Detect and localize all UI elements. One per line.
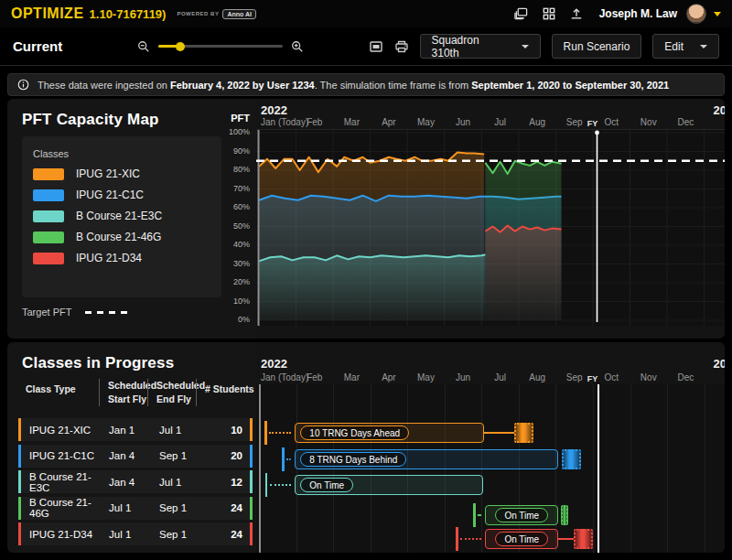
gantt-gridline	[705, 384, 705, 553]
legend-item[interactable]: IPUG 21-D34	[33, 252, 210, 264]
cell-end-fly: Sep 1	[159, 450, 212, 461]
gantt-connector	[558, 538, 574, 540]
edit-button[interactable]: Edit	[652, 34, 719, 59]
upload-icon[interactable]	[570, 7, 583, 20]
col-scheduled-end: Scheduled End Fly	[147, 379, 196, 406]
toolbar: Current Squadron 310th Run Scenario Edit	[0, 27, 732, 66]
legend-item[interactable]: IPUG 21-C1C	[33, 188, 210, 201]
month-label: Aug	[529, 372, 545, 382]
month-label: Nov	[640, 372, 657, 382]
gantt-end-block[interactable]	[574, 529, 593, 549]
user-menu-chevron-down-icon[interactable]	[714, 12, 721, 16]
month-label: Oct	[604, 372, 619, 382]
pft-axis-tick: 100%	[229, 127, 250, 136]
legend-item-label: B Course 21-46G	[76, 231, 161, 243]
pft-chart-area: 2022 20 Jan (Today)FebMarAprMayJunJulAug…	[256, 99, 725, 339]
pft-plot	[256, 130, 725, 326]
table-row[interactable]: IPUG 21-C1CJan 4Sep 120	[18, 445, 253, 468]
edit-chevron-down-icon	[700, 45, 707, 48]
zoom-slider-track[interactable]	[158, 45, 283, 48]
month-label: Dec	[677, 372, 694, 382]
gantt-end-block[interactable]	[562, 449, 581, 469]
pft-panel-left: PFT Capacity Map Classes IPUG 21-XICIPUG…	[7, 99, 256, 339]
legend-item[interactable]: IPUG 21-XIC	[33, 167, 210, 180]
gantt-gridline	[593, 384, 594, 553]
classes-in-progress-panel: Classes in Progress Class Type Scheduled…	[7, 342, 725, 553]
month-label: Jan (Today)	[261, 372, 308, 382]
zoom-out-icon[interactable]	[137, 40, 150, 53]
comment-icon[interactable]	[369, 39, 383, 54]
legend-swatch	[33, 168, 64, 180]
info-icon	[17, 79, 29, 91]
app-version: 1.10-7167119)	[90, 7, 167, 21]
gantt-lead-line	[269, 432, 291, 434]
month-label: May	[417, 372, 435, 382]
cell-start-fly: Jan 1	[109, 425, 159, 436]
cell-end-fly: Sep 1	[159, 529, 212, 540]
pft-axis-tick: 0%	[238, 315, 250, 324]
month-label: Apr	[382, 117, 396, 127]
cell-students: 12	[212, 477, 250, 488]
month-label: May	[417, 117, 435, 127]
cell-end-fly: Sep 1	[159, 502, 212, 513]
cell-class-type: IPUG 21-D34	[21, 529, 109, 540]
gantt-end-block[interactable]	[514, 423, 533, 443]
table-row[interactable]: IPUG 21-D34Jul 1Sep 124	[18, 522, 253, 545]
year-label-right: 20	[714, 103, 725, 117]
windows-icon[interactable]	[514, 7, 528, 21]
col-num-students: # Students	[196, 379, 256, 406]
gantt-bar[interactable]: 8 TRNG Days Behind	[295, 449, 558, 469]
zoom-slider	[137, 40, 304, 53]
gantt-bar[interactable]: On Time	[485, 529, 558, 549]
month-label: Jul	[494, 117, 506, 127]
print-icon[interactable]	[394, 39, 409, 54]
legend-item[interactable]: B Course 21-46G	[33, 231, 210, 243]
zoom-in-icon[interactable]	[291, 40, 304, 53]
powered-by-label: POWERED BY	[177, 11, 219, 16]
squadron-select[interactable]: Squadron 310th	[420, 34, 541, 59]
gantt-gridline	[630, 384, 631, 553]
month-label: Jan (Today)	[261, 117, 308, 127]
gantt-connector	[484, 432, 514, 434]
month-label: Jun	[456, 117, 470, 127]
pft-axis-tick: 80%	[233, 165, 250, 174]
month-label: Oct	[604, 117, 619, 127]
gantt-lead-line	[286, 458, 291, 460]
legend-item[interactable]: B Course 21-E3C	[33, 210, 210, 222]
squadron-select-value: Squadron 310th	[432, 34, 509, 59]
legend-item-label: B Course 21-E3C	[76, 210, 162, 222]
pft-axis-tick: 30%	[233, 259, 250, 268]
view-label: Current	[13, 38, 62, 54]
gantt-bar[interactable]: On Time	[485, 505, 558, 525]
run-scenario-button[interactable]: Run Scenario	[552, 34, 642, 59]
gantt-bar[interactable]: On Time	[295, 475, 483, 495]
classes-panel-left: Classes in Progress Class Type Scheduled…	[7, 342, 256, 553]
pft-axis-tick: 40%	[233, 240, 250, 249]
gantt-plot: 10 TRNG Days Ahead8 TRNG Days BehindOn T…	[256, 384, 725, 553]
month-label: Sep	[566, 372, 583, 382]
table-row[interactable]: B Course 21-E3CJan 4Jul 112	[18, 470, 253, 493]
col-class-type: Class Type	[7, 379, 99, 406]
zoom-slider-thumb[interactable]	[176, 42, 185, 51]
table-row[interactable]: B Course 21-46GJul 1Sep 124	[18, 497, 253, 520]
table-header: Class Type Scheduled Start Fly Scheduled…	[7, 379, 256, 406]
legend-title: Classes	[33, 148, 210, 159]
pft-chart-svg	[256, 130, 725, 326]
legend-swatch	[33, 232, 64, 243]
gantt-status-badge: On Time	[495, 532, 548, 546]
year-label-left: 2022	[261, 103, 287, 117]
gantt-status-badge: 10 TRNG Days Ahead	[300, 425, 409, 440]
avatar[interactable]	[686, 4, 706, 24]
gantt-start-tick	[264, 421, 267, 445]
squadron-chevron-down-icon	[522, 45, 529, 48]
gantt-end-block[interactable]	[561, 505, 569, 525]
pft-axis-tick: 20%	[233, 277, 250, 286]
month-label: Aug	[529, 117, 545, 127]
table-row[interactable]: IPUG 21-XICJan 1Jul 110	[18, 418, 253, 441]
cell-students: 20	[212, 450, 250, 461]
cell-class-type: B Course 21-E3C	[21, 471, 109, 493]
grid-icon[interactable]	[543, 7, 555, 20]
anno-ai-badge: Anno AI	[222, 9, 256, 19]
month-label: Sep	[566, 117, 583, 127]
gantt-bar[interactable]: 10 TRNG Days Ahead	[295, 423, 484, 443]
